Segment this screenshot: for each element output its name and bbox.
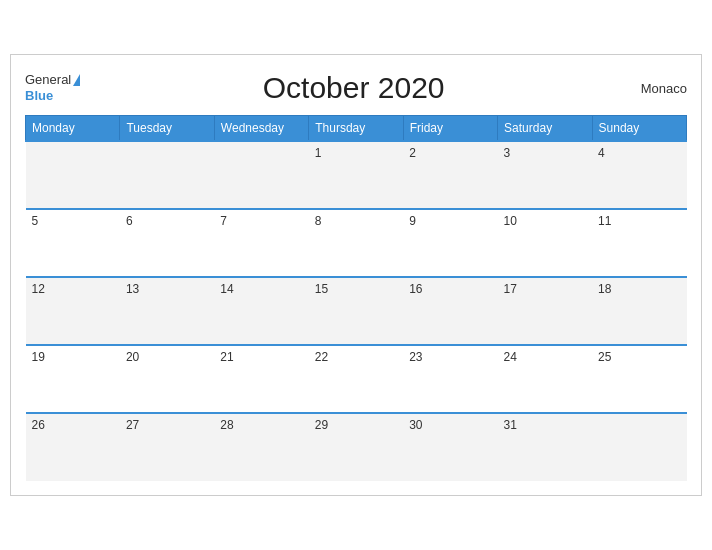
header-monday: Monday [26,116,120,142]
header-thursday: Thursday [309,116,403,142]
calendar-day-cell: 17 [498,277,592,345]
day-number: 30 [409,418,422,432]
calendar-day-cell: 2 [403,141,497,209]
day-number: 22 [315,350,328,364]
day-number: 18 [598,282,611,296]
calendar-day-cell: 1 [309,141,403,209]
day-number: 14 [220,282,233,296]
calendar-day-cell: 4 [592,141,686,209]
day-number: 16 [409,282,422,296]
calendar-day-cell: 5 [26,209,120,277]
calendar-week-row: 12131415161718 [26,277,687,345]
weekday-header-row: Monday Tuesday Wednesday Thursday Friday… [26,116,687,142]
day-number: 20 [126,350,139,364]
day-number: 24 [504,350,517,364]
calendar-day-cell [120,141,214,209]
calendar-day-cell: 21 [214,345,308,413]
day-number: 21 [220,350,233,364]
calendar-day-cell: 29 [309,413,403,481]
calendar-week-row: 567891011 [26,209,687,277]
day-number: 4 [598,146,605,160]
calendar-day-cell [592,413,686,481]
calendar-day-cell: 8 [309,209,403,277]
header-saturday: Saturday [498,116,592,142]
calendar-day-cell: 9 [403,209,497,277]
calendar-week-row: 262728293031 [26,413,687,481]
day-number: 28 [220,418,233,432]
day-number: 10 [504,214,517,228]
calendar-title: October 2020 [80,71,627,105]
day-number: 27 [126,418,139,432]
calendar-day-cell: 24 [498,345,592,413]
calendar-day-cell [214,141,308,209]
calendar-day-cell: 27 [120,413,214,481]
calendar-day-cell: 13 [120,277,214,345]
calendar-container: General Blue October 2020 Monaco Monday … [10,54,702,496]
logo-triangle-icon [73,74,80,86]
calendar-body: 1234567891011121314151617181920212223242… [26,141,687,481]
day-number: 1 [315,146,322,160]
logo-general-text: General [25,72,80,88]
day-number: 15 [315,282,328,296]
calendar-day-cell: 25 [592,345,686,413]
day-number: 12 [32,282,45,296]
day-number: 31 [504,418,517,432]
calendar-day-cell: 16 [403,277,497,345]
calendar-day-cell: 23 [403,345,497,413]
calendar-day-cell [26,141,120,209]
day-number: 19 [32,350,45,364]
day-number: 25 [598,350,611,364]
calendar-day-cell: 7 [214,209,308,277]
calendar-day-cell: 22 [309,345,403,413]
calendar-day-cell: 14 [214,277,308,345]
calendar-day-cell: 30 [403,413,497,481]
calendar-day-cell: 11 [592,209,686,277]
header-tuesday: Tuesday [120,116,214,142]
calendar-thead: Monday Tuesday Wednesday Thursday Friday… [26,116,687,142]
day-number: 9 [409,214,416,228]
day-number: 23 [409,350,422,364]
day-number: 11 [598,214,611,228]
calendar-day-cell: 3 [498,141,592,209]
calendar-day-cell: 28 [214,413,308,481]
calendar-day-cell: 18 [592,277,686,345]
calendar-day-cell: 31 [498,413,592,481]
calendar-country: Monaco [627,81,687,96]
day-number: 17 [504,282,517,296]
header-wednesday: Wednesday [214,116,308,142]
day-number: 7 [220,214,227,228]
day-number: 2 [409,146,416,160]
day-number: 3 [504,146,511,160]
calendar-day-cell: 26 [26,413,120,481]
calendar-day-cell: 12 [26,277,120,345]
logo-blue-text: Blue [25,88,80,104]
calendar-week-row: 1234 [26,141,687,209]
day-number: 13 [126,282,139,296]
calendar-day-cell: 20 [120,345,214,413]
calendar-table: Monday Tuesday Wednesday Thursday Friday… [25,115,687,481]
logo: General Blue [25,72,80,103]
header-sunday: Sunday [592,116,686,142]
calendar-week-row: 19202122232425 [26,345,687,413]
calendar-day-cell: 15 [309,277,403,345]
day-number: 26 [32,418,45,432]
calendar-day-cell: 6 [120,209,214,277]
header-friday: Friday [403,116,497,142]
calendar-day-cell: 19 [26,345,120,413]
calendar-header: General Blue October 2020 Monaco [25,71,687,105]
day-number: 5 [32,214,39,228]
day-number: 8 [315,214,322,228]
day-number: 29 [315,418,328,432]
calendar-day-cell: 10 [498,209,592,277]
day-number: 6 [126,214,133,228]
